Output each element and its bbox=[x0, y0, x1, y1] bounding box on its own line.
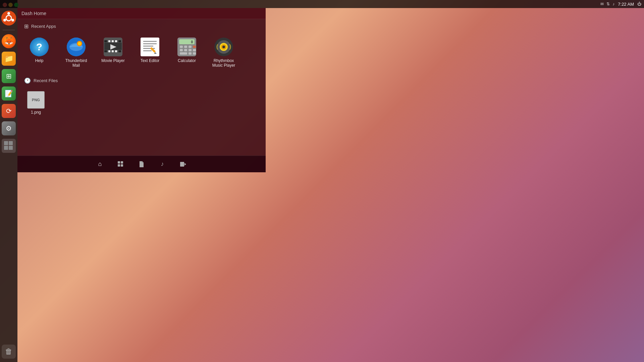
filter-apps-button[interactable] bbox=[115, 159, 126, 170]
svg-rect-8 bbox=[9, 146, 13, 150]
svg-rect-33 bbox=[143, 50, 152, 51]
movieplayer-app-label: Movie Player bbox=[101, 58, 124, 63]
launcher-item-ubuntu[interactable] bbox=[1, 9, 16, 27]
svg-rect-16 bbox=[104, 40, 107, 42]
launcher-sidebar: 🦊 📁 ⊞ 📝 ⟳ ⚙ 🗑 bbox=[0, 0, 17, 362]
svg-rect-59 bbox=[180, 162, 184, 167]
svg-point-2 bbox=[7, 12, 10, 15]
rhythmbox-app-label: Rhythmbox Music Player bbox=[211, 58, 237, 68]
svg-rect-19 bbox=[115, 40, 117, 42]
launcher-separator-1 bbox=[3, 30, 15, 30]
filter-files-button[interactable] bbox=[136, 159, 147, 170]
svg-rect-6 bbox=[9, 141, 13, 145]
filter-home-button[interactable]: ⌂ bbox=[95, 159, 105, 170]
launcher-item-system-settings[interactable]: ⚙ bbox=[1, 120, 17, 136]
svg-rect-47 bbox=[180, 52, 187, 55]
recent-files-section-header: 🕐 Recent Files bbox=[17, 73, 266, 86]
top-panel: ✉ ⇅ ♪ 7:22 AM ⏻ bbox=[0, 0, 644, 8]
recent-apps-section-header: ⊞ Recent Apps bbox=[17, 19, 266, 32]
power-icon[interactable]: ⏻ bbox=[637, 2, 641, 6]
svg-rect-30 bbox=[143, 43, 157, 44]
launcher-item-files[interactable]: 📁 bbox=[1, 51, 17, 67]
launcher-item-trash[interactable]: 🗑 bbox=[0, 345, 17, 359]
svg-rect-25 bbox=[118, 50, 121, 52]
mail-icon[interactable]: ✉ bbox=[600, 2, 604, 6]
recent-apps-title: Recent Apps bbox=[31, 24, 56, 29]
filter-music-button[interactable]: ♪ bbox=[157, 159, 168, 170]
ubuntu-logo-icon bbox=[1, 11, 16, 25]
texteditor-app-icon bbox=[141, 38, 159, 56]
svg-rect-56 bbox=[121, 161, 123, 164]
app-item-calculator[interactable]: 0 Calculator bbox=[172, 36, 202, 70]
svg-rect-44 bbox=[184, 49, 187, 51]
dash-filter-bar: ⌂ ♪ bbox=[17, 156, 266, 172]
svg-rect-18 bbox=[112, 40, 114, 42]
calculator-app-icon: 0 bbox=[177, 38, 196, 56]
video-icon bbox=[180, 162, 186, 167]
svg-point-4 bbox=[11, 19, 14, 21]
recent-apps-icon: ⊞ bbox=[24, 23, 29, 29]
launcher-item-docs[interactable]: 📝 bbox=[1, 85, 17, 102]
workspace-icon bbox=[4, 141, 14, 151]
svg-rect-7 bbox=[4, 146, 8, 150]
svg-rect-45 bbox=[189, 49, 192, 51]
svg-point-14 bbox=[78, 42, 81, 45]
files-grid: PNG 1.png bbox=[17, 86, 266, 119]
network-icon[interactable]: ⇅ bbox=[606, 2, 610, 6]
svg-rect-49 bbox=[193, 52, 196, 55]
texteditor-app-label: Text Editor bbox=[141, 58, 160, 63]
thunderbird-app-icon bbox=[67, 38, 86, 56]
filter-video-button[interactable] bbox=[178, 159, 189, 170]
file-icon bbox=[139, 161, 144, 167]
file-icon-png: PNG bbox=[27, 91, 45, 109]
system-time: 7:22 AM bbox=[618, 2, 634, 7]
svg-rect-48 bbox=[189, 52, 192, 55]
svg-marker-60 bbox=[184, 163, 186, 166]
svg-rect-17 bbox=[108, 40, 110, 42]
file-label-png: 1.png bbox=[31, 110, 41, 115]
rhythmbox-app-icon bbox=[214, 38, 233, 56]
svg-rect-57 bbox=[118, 164, 120, 167]
dash-search-bar: Dash Home bbox=[17, 8, 266, 19]
thunderbird-app-label: Thunderbird Mail bbox=[63, 58, 89, 68]
dash-home-label: Dash Home bbox=[21, 11, 46, 16]
recent-files-title: Recent Files bbox=[34, 78, 58, 83]
apps-grid: ? Help Thunderbird Mail bbox=[17, 32, 266, 73]
svg-rect-24 bbox=[115, 50, 117, 52]
svg-rect-58 bbox=[121, 164, 123, 167]
dash-panel: Dash Home ⊞ Recent Apps ? Help bbox=[17, 8, 266, 172]
app-item-thunderbird[interactable]: Thunderbird Mail bbox=[61, 36, 91, 70]
svg-rect-31 bbox=[143, 46, 153, 47]
svg-point-54 bbox=[222, 46, 225, 48]
apps-grid-icon bbox=[118, 161, 124, 167]
svg-rect-20 bbox=[118, 40, 121, 42]
app-item-movieplayer[interactable]: Movie Player bbox=[98, 36, 128, 70]
app-item-texteditor[interactable]: Text Editor bbox=[135, 36, 165, 70]
svg-rect-40 bbox=[184, 46, 187, 48]
svg-rect-42 bbox=[193, 46, 196, 48]
svg-rect-41 bbox=[189, 46, 192, 48]
calculator-app-label: Calculator bbox=[178, 58, 196, 63]
svg-text:0: 0 bbox=[191, 40, 193, 44]
svg-text:?: ? bbox=[36, 41, 42, 52]
svg-rect-23 bbox=[112, 50, 114, 52]
launcher-item-spreadsheet[interactable]: ⊞ bbox=[1, 68, 17, 84]
launcher-item-update-manager[interactable]: ⟳ bbox=[1, 103, 17, 119]
svg-point-3 bbox=[3, 19, 6, 21]
help-app-icon: ? bbox=[30, 38, 49, 56]
recent-files-icon: 🕐 bbox=[24, 77, 31, 84]
svg-rect-21 bbox=[104, 50, 107, 52]
svg-rect-22 bbox=[108, 50, 110, 52]
svg-rect-46 bbox=[193, 49, 196, 51]
volume-icon[interactable]: ♪ bbox=[612, 2, 614, 6]
app-item-help[interactable]: ? Help bbox=[24, 36, 54, 70]
system-tray: ✉ ⇅ ♪ bbox=[600, 2, 614, 6]
help-app-label: Help bbox=[35, 58, 44, 63]
launcher-item-firefox[interactable]: 🦊 bbox=[1, 33, 17, 49]
svg-rect-55 bbox=[118, 161, 120, 164]
app-item-rhythmbox[interactable]: Rhythmbox Music Player bbox=[209, 36, 239, 70]
file-item-png[interactable]: PNG 1.png bbox=[24, 90, 48, 116]
launcher-item-workspace[interactable] bbox=[1, 138, 17, 154]
svg-rect-5 bbox=[4, 141, 8, 145]
svg-rect-39 bbox=[180, 46, 183, 48]
